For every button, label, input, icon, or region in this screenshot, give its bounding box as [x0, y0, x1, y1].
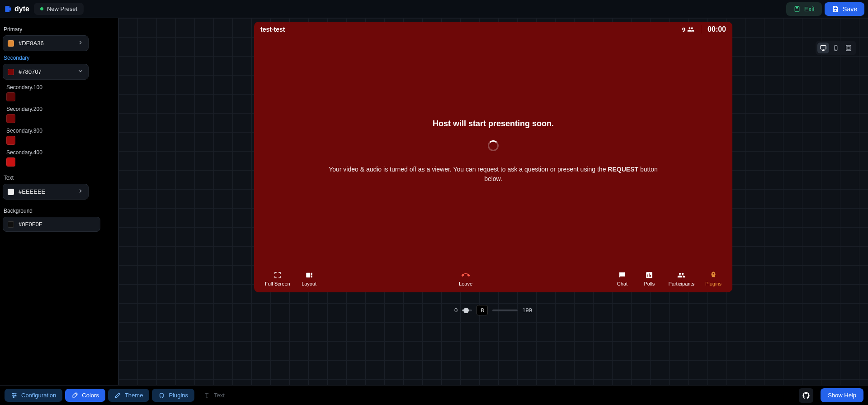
people-icon: [687, 26, 694, 33]
chat-label: Chat: [617, 281, 627, 286]
github-icon: [802, 391, 810, 400]
preset-badge[interactable]: New Preset: [34, 3, 84, 15]
primary-value: #DE8A36: [19, 40, 73, 47]
svg-rect-6: [306, 273, 310, 278]
slider-max: 199: [522, 307, 532, 314]
secondary-shade-label-3: Secondary.400: [6, 149, 115, 156]
show-help-button[interactable]: Show Help: [821, 388, 863, 402]
secondary-shade-swatch-0[interactable]: [6, 92, 15, 101]
secondary-shade-label-2: Secondary.300: [6, 128, 115, 134]
slider-thumb[interactable]: [463, 308, 469, 313]
tab-text-label: Text: [214, 392, 225, 399]
device-switcher: [816, 41, 856, 55]
brand-logo: dyte: [4, 5, 29, 14]
tab-text[interactable]: Text: [197, 389, 231, 402]
tab-theme[interactable]: Theme: [108, 389, 149, 402]
preview-header: test-test 9 00:00: [254, 22, 732, 37]
polls-label: Polls: [644, 281, 655, 286]
save-icon: [832, 5, 839, 13]
svg-point-14: [15, 395, 16, 396]
slider-track-left[interactable]: [462, 310, 472, 311]
brand-name: dyte: [14, 5, 29, 13]
secondary-shade-swatch-2[interactable]: [6, 136, 15, 145]
hangup-icon: [462, 271, 470, 279]
edit-icon: [114, 392, 121, 399]
device-desktop-button[interactable]: [817, 43, 829, 53]
meeting-preview: test-test 9 00:00 Host will start presen…: [254, 22, 732, 292]
preview-controls: Full Screen Layout Leave Chat: [254, 265, 732, 292]
primary-color-row[interactable]: #DE8A36: [3, 35, 89, 51]
secondary-swatch: [8, 69, 14, 75]
secondary-shade-swatch-3[interactable]: [6, 157, 15, 167]
topbar: dyte New Preset Exit Save: [0, 0, 868, 18]
preset-name: New Preset: [47, 5, 77, 12]
secondary-shade-swatch-1[interactable]: [6, 114, 15, 123]
fullscreen-label: Full Screen: [265, 281, 290, 286]
exit-button[interactable]: Exit: [786, 2, 822, 16]
text-color-row[interactable]: #EEEEEE: [3, 184, 89, 200]
sidebar-colors: Primary #DE8A36 Secondary #780707 Second…: [0, 18, 118, 385]
svg-rect-2: [821, 46, 826, 49]
layout-label: Layout: [302, 281, 316, 286]
sliders-icon: [11, 392, 18, 399]
tab-colors-label: Colors: [82, 392, 99, 399]
rocket-icon: [709, 271, 717, 279]
preview-subtext: Your video & audio is turned off as a vi…: [326, 165, 660, 183]
background-label: Background: [4, 208, 115, 214]
document-icon: [793, 5, 801, 13]
background-value: #0F0F0F: [19, 221, 95, 228]
github-button[interactable]: [799, 388, 813, 403]
layout-button[interactable]: Layout: [296, 271, 323, 286]
background-color-row[interactable]: #0F0F0F: [3, 217, 100, 232]
slider-min: 0: [454, 307, 458, 314]
preview-headline: Host will start presenting soon.: [433, 119, 554, 129]
meeting-title: test-test: [260, 26, 285, 33]
bottombar: Configuration Colors Theme Plugins Text …: [0, 385, 868, 405]
secondary-color-row[interactable]: #780707: [3, 64, 89, 80]
device-mobile-button[interactable]: [830, 43, 842, 53]
svg-rect-11: [649, 273, 650, 277]
chat-button[interactable]: Chat: [609, 271, 636, 286]
svg-rect-5: [847, 46, 850, 50]
participants-icon: [677, 271, 685, 279]
plugins-label: Plugins: [705, 281, 722, 286]
polls-button[interactable]: Polls: [636, 271, 663, 286]
participants-button[interactable]: Participants: [663, 271, 699, 286]
save-button[interactable]: Save: [825, 2, 864, 16]
plugins-button[interactable]: Plugins: [700, 271, 727, 286]
layout-icon: [305, 271, 313, 279]
leave-button[interactable]: Leave: [452, 271, 479, 286]
loading-spinner-icon: [488, 140, 499, 151]
primary-label: Primary: [4, 26, 115, 33]
polls-icon: [645, 271, 653, 279]
chat-icon: [618, 271, 626, 279]
brush-icon: [71, 392, 78, 399]
slider-value[interactable]: 8: [476, 305, 488, 315]
secondary-label: Secondary: [4, 55, 115, 61]
participants-label: Participants: [668, 281, 694, 286]
preview-body: Host will start presenting soon. Your vi…: [254, 37, 732, 265]
chevron-down-icon: [77, 68, 84, 76]
svg-point-13: [13, 393, 14, 395]
device-tablet-button[interactable]: [843, 43, 854, 53]
secondary-shade-label-0: Secondary.100: [6, 84, 115, 91]
help-label: Show Help: [828, 392, 856, 399]
background-swatch: [8, 221, 14, 228]
save-label: Save: [843, 5, 857, 13]
preview-sub-a: Your video & audio is turned off as a vi…: [329, 166, 608, 173]
tab-plugins[interactable]: Plugins: [152, 389, 194, 402]
preview-sub-strong: REQUEST: [608, 166, 638, 173]
leave-label: Leave: [459, 281, 472, 286]
slider-track-right[interactable]: [492, 310, 518, 311]
participant-count: 9: [682, 26, 694, 33]
secondary-value: #780707: [19, 68, 73, 75]
primary-swatch: [8, 40, 14, 47]
fullscreen-button[interactable]: Full Screen: [259, 271, 296, 286]
preset-status-dot: [40, 7, 43, 10]
meeting-timer: 00:00: [708, 25, 726, 33]
svg-rect-16: [160, 394, 164, 397]
tab-configuration[interactable]: Configuration: [5, 389, 62, 402]
tab-colors[interactable]: Colors: [65, 389, 105, 402]
fullscreen-icon: [274, 271, 282, 279]
participant-number: 9: [682, 26, 685, 33]
